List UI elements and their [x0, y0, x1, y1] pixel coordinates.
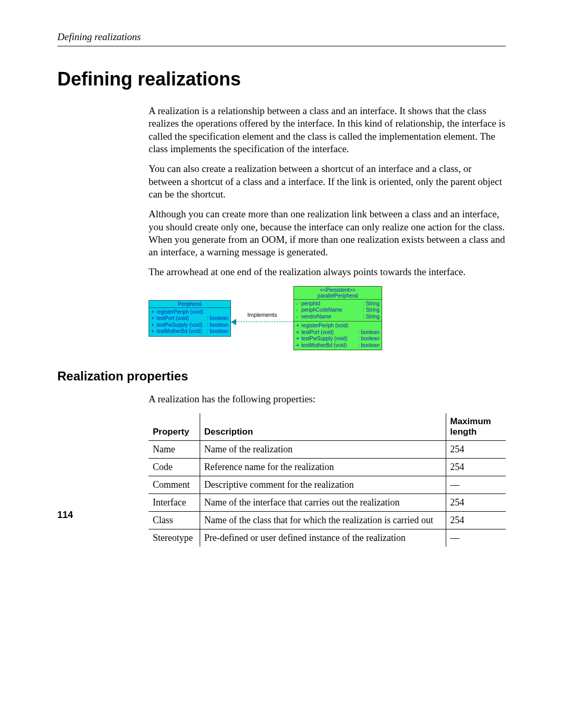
- uml-attr: -periphId: String: [296, 301, 380, 307]
- uml-interface-box: <<Persistent>> parallelPeripheral -perip…: [293, 286, 382, 351]
- uml-op: +testPort (void): boolean: [151, 315, 228, 322]
- cell-maxlength: —: [446, 476, 506, 493]
- paragraph: You can also create a realization betwee…: [149, 163, 506, 201]
- uml-op: +registerPeriph (void): [296, 323, 380, 329]
- uml-op: +testPwSupply (void): boolean: [296, 336, 380, 342]
- section-intro: A realization has the following properti…: [149, 393, 506, 405]
- uml-interface-title: parallelPeripheral: [296, 293, 380, 299]
- table-row: Comment Descriptive comment for the real…: [149, 476, 506, 493]
- th-maxlength: Maximum length: [446, 413, 506, 441]
- cell-description: Descriptive comment for the realization: [200, 476, 446, 493]
- cell-maxlength: 254: [446, 493, 506, 511]
- cell-property: Interface: [149, 493, 200, 511]
- uml-dashed-line: [236, 322, 293, 322]
- cell-maxlength: 254: [446, 511, 506, 529]
- uml-diagram: Peripheral +registerPeriph (void) +testP…: [149, 286, 506, 351]
- uml-op: +registerPeriph (void): [151, 309, 228, 316]
- running-header: Defining realizations: [57, 31, 506, 46]
- uml-realization-connector: Implements: [231, 312, 293, 325]
- uml-op: +testMotherBd (void): boolean: [151, 328, 228, 335]
- uml-interface-ops: +registerPeriph (void) +testPort (void):…: [294, 322, 382, 350]
- uml-attr: -periphCodeName: String: [296, 307, 380, 314]
- uml-interface-attrs: -periphId: String -periphCodeName: Strin…: [294, 300, 382, 322]
- table-row: Class Name of the class that for which t…: [149, 511, 506, 529]
- cell-maxlength: —: [446, 529, 506, 547]
- page-number: 114: [57, 510, 73, 521]
- uml-op: +testPort (void): boolean: [296, 329, 380, 336]
- cell-property: Comment: [149, 476, 200, 493]
- uml-class-box: Peripheral +registerPeriph (void) +testP…: [149, 300, 231, 337]
- uml-interface-header: <<Persistent>> parallelPeripheral: [294, 287, 382, 300]
- cell-property: Code: [149, 458, 200, 476]
- uml-attr: -vendorName: String: [296, 314, 380, 320]
- uml-connector-label: Implements: [248, 312, 277, 318]
- cell-description: Reference name for the realization: [200, 458, 446, 476]
- table-row: Name Name of the realization 254: [149, 440, 506, 458]
- properties-table: Property Description Maximum length Name…: [149, 413, 506, 547]
- paragraph: Although you can create more than one re…: [149, 208, 506, 258]
- cell-description: Name of the realization: [200, 440, 446, 458]
- cell-maxlength: 254: [446, 440, 506, 458]
- page-title: Defining realizations: [57, 68, 506, 90]
- cell-property: Class: [149, 511, 200, 529]
- cell-maxlength: 254: [446, 458, 506, 476]
- uml-stereotype: <<Persistent>>: [296, 287, 380, 293]
- section-heading: Realization properties: [57, 369, 506, 384]
- table-header-row: Property Description Maximum length: [149, 413, 506, 441]
- uml-class-title: Peripheral: [149, 301, 230, 308]
- paragraph: The arrowhead at one end of the realizat…: [149, 266, 506, 278]
- th-property: Property: [149, 413, 200, 441]
- paragraph: A realization is a relationship between …: [149, 105, 506, 155]
- intro-block: A realization is a relationship between …: [149, 105, 506, 279]
- uml-op: +testMotherBd (void): boolean: [296, 342, 380, 349]
- uml-op: +testPwSupply (void): boolean: [151, 322, 228, 329]
- paragraph: A realization has the following properti…: [149, 393, 506, 405]
- cell-property: Stereotype: [149, 529, 200, 547]
- cell-description: Name of the class that for which the rea…: [200, 511, 446, 529]
- table-row: Code Reference name for the realization …: [149, 458, 506, 476]
- table-row: Stereotype Pre-defined or user defined i…: [149, 529, 506, 547]
- cell-property: Name: [149, 440, 200, 458]
- cell-description: Pre-defined or user defined instance of …: [200, 529, 446, 547]
- th-description: Description: [200, 413, 446, 441]
- table-row: Interface Name of the interface that car…: [149, 493, 506, 511]
- cell-description: Name of the interface that carries out t…: [200, 493, 446, 511]
- uml-class-ops: +registerPeriph (void) +testPort (void):…: [149, 308, 230, 336]
